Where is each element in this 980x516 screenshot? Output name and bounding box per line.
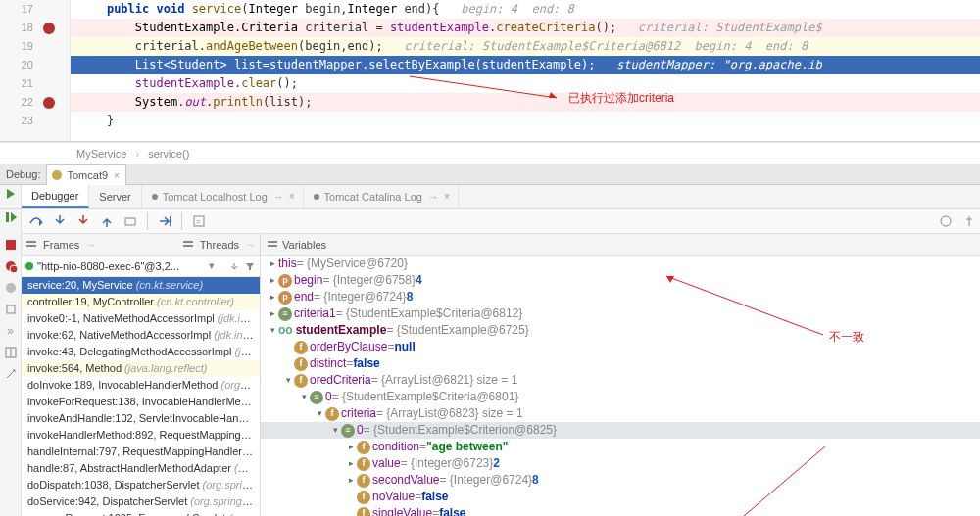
rerun-icon[interactable] (4, 187, 18, 201)
svg-rect-5 (6, 212, 9, 222)
variable-row[interactable]: forderByClause = null (261, 339, 980, 355)
variable-row[interactable]: fnoValue = false (261, 489, 980, 505)
threads-tab[interactable]: Threads (200, 239, 239, 251)
breakpoint-icon[interactable] (43, 23, 55, 34)
get-thread-dump-icon[interactable] (4, 303, 18, 316)
frames-icon (25, 239, 37, 251)
stack-frame[interactable]: invoke0:-1, NativeMethodAccessorImpl (jd… (22, 310, 260, 327)
stack-frame[interactable]: handle:87, AbstractHandlerMethodAdapter … (22, 460, 260, 477)
variable-row[interactable]: fdistinct = false (261, 355, 980, 372)
frames-header: Frames → Threads → (22, 234, 260, 256)
code-line[interactable]: StudentExample.Criteria criterial = stud… (71, 19, 980, 37)
pin-tab-icon[interactable] (958, 211, 980, 232)
stack-frame[interactable]: invokeForRequest:138, InvocableHandlerMe… (22, 394, 260, 410)
variable-row[interactable]: ▾fcriteria = {ArrayList@6823} size = 1 (261, 405, 980, 422)
stack-frame[interactable]: doService:942, DispatcherServlet (org.sp… (22, 493, 260, 510)
more-icon[interactable]: » (7, 324, 14, 338)
crumb-class[interactable]: MyService (76, 148, 126, 160)
threads-icon (182, 239, 194, 251)
code-line[interactable]: public void service(Integer begin,Intege… (71, 0, 980, 19)
close-icon[interactable]: × (114, 170, 120, 181)
wand-icon[interactable] (4, 367, 18, 381)
drop-frame-icon[interactable] (120, 211, 141, 232)
settings-icon[interactable] (935, 211, 956, 232)
close-icon[interactable]: × (444, 191, 450, 202)
debug-run-tab[interactable]: Tomcat9 × (46, 164, 125, 185)
tab-server[interactable]: Server (89, 185, 141, 208)
breadcrumb[interactable]: MyService › service() (0, 142, 980, 164)
debug-side-toolbar: » (0, 234, 22, 516)
variable-row[interactable]: ▸this = {MyService@6720} (261, 256, 980, 272)
variables-tree[interactable]: 不一致 ▸this = {MyService@6720}▸pbegin = {I… (261, 256, 980, 516)
stack-frame[interactable]: service:20, MyService (cn.kt.service) (22, 277, 260, 294)
resume-icon[interactable] (4, 211, 18, 224)
stack-frame[interactable]: doInvoke:189, InvocableHandlerMethod (or… (22, 377, 260, 394)
variable-row[interactable]: ▸pbegin = {Integer@6758} 4 (261, 272, 980, 289)
tab-catalina-log[interactable]: Tomcat Catalina Log→× (304, 185, 459, 208)
variable-row[interactable]: ▸fcondition = "age between" (261, 439, 980, 455)
svg-text:=: = (196, 217, 201, 226)
code-line[interactable]: } (71, 112, 980, 130)
stack-frame[interactable]: invokeAndHandle:102, ServletInvocableHan… (22, 410, 260, 427)
breakpoints-icon[interactable] (4, 259, 18, 273)
code-line[interactable]: List<Student> list=studentMapper.selectB… (71, 56, 980, 74)
svg-rect-24 (268, 245, 277, 247)
svg-point-4 (314, 194, 319, 200)
svg-rect-8 (170, 216, 171, 226)
frames-panel: Frames → Threads → "http-nio-8080-exec-6… (22, 234, 261, 516)
frames-tab[interactable]: Frames (43, 239, 79, 251)
variable-row[interactable]: ▾≡0 = {StudentExample$Criterion@6825} (261, 422, 980, 439)
debug-stepping-toolbar: = (22, 209, 980, 234)
variable-row[interactable]: ▸fsecondValue = {Integer@6724} 8 (261, 472, 980, 489)
svg-rect-21 (183, 241, 193, 243)
tab-localhost-log[interactable]: Tomcat Localhost Log→× (142, 185, 304, 208)
svg-point-11 (941, 216, 951, 226)
code-editor[interactable]: 17181920212223 public void service(Integ… (0, 0, 980, 142)
stack-frame[interactable]: invokeHandlerMethod:892, RequestMappingH… (22, 427, 260, 444)
svg-rect-7 (125, 218, 135, 225)
layout-icon[interactable] (4, 346, 18, 359)
svg-point-14 (10, 265, 18, 273)
variable-row[interactable]: ▾≡0 = {StudentExample$Criteria@6801} (261, 389, 980, 405)
svg-point-2 (52, 170, 62, 180)
filter-icon[interactable] (244, 260, 256, 272)
svg-rect-23 (268, 241, 277, 243)
stack-frame[interactable]: handleInternal:797, RequestMappingHandle… (22, 444, 260, 460)
arrow-down-icon[interactable] (228, 260, 240, 272)
variable-row[interactable]: ▸pend = {Integer@6724} 8 (261, 289, 980, 305)
variable-row[interactable]: ▾foredCriteria = {ArrayList@6821} size =… (261, 372, 980, 389)
gutter: 17181920212223 (0, 0, 71, 141)
run-to-cursor-icon[interactable] (154, 211, 175, 232)
breakpoint-icon[interactable] (43, 97, 55, 109)
stack-frame[interactable]: doDispatch:1038, DispatcherServlet (org.… (22, 477, 260, 493)
debug-lower-pane: » Frames → Threads → "http-nio-8080-exec… (0, 234, 980, 516)
variable-row[interactable]: fsingleValue = false (261, 505, 980, 516)
stack-frame[interactable]: invoke:43, DelegatingMethodAccessorImpl … (22, 344, 260, 360)
code-line[interactable]: System.out.println(list); (71, 93, 980, 112)
code-line[interactable]: studentExample.clear(); (71, 74, 980, 93)
step-out-icon[interactable] (96, 211, 118, 232)
evaluate-icon[interactable]: = (188, 211, 210, 232)
pin-icon (150, 192, 160, 202)
step-over-icon[interactable] (25, 211, 47, 232)
stack-frame[interactable]: invoke:62, NativeMethodAccessorImpl (jdk… (22, 327, 260, 344)
frames-list[interactable]: service:20, MyService (cn.kt.service)con… (22, 277, 260, 516)
stack-frame[interactable]: invoke:564, Method (java.lang.reflect) (22, 360, 260, 377)
crumb-method[interactable]: service() (148, 148, 189, 160)
variable-row[interactable]: ▾oostudentExample = {StudentExample@6725… (261, 322, 980, 339)
tomcat-icon (51, 169, 63, 181)
dropdown-icon[interactable]: ▾ (209, 259, 215, 272)
tab-debugger[interactable]: Debugger (22, 185, 89, 208)
variable-row[interactable]: ▸≡criteria1 = {StudentExample$Criteria@6… (261, 305, 980, 322)
stop-icon[interactable] (4, 238, 18, 252)
stack-frame[interactable]: controller:19, MyController (cn.kt.contr… (22, 294, 260, 310)
mute-breakpoints-icon[interactable] (4, 281, 18, 295)
thread-selector[interactable]: "http-nio-8080-exec-6"@3,2... ▾ (22, 256, 260, 277)
force-step-into-icon[interactable] (73, 211, 94, 232)
stack-frame[interactable]: processRequest:1005, FrameworkServlet (o… (22, 510, 260, 516)
close-icon[interactable]: × (289, 191, 295, 202)
variable-row[interactable]: ▸fvalue = {Integer@6723} 2 (261, 455, 980, 472)
step-into-icon[interactable] (49, 211, 71, 232)
code-line[interactable]: criterial.andAgeBetween(begin,end); crit… (71, 37, 980, 56)
code-area: public void service(Integer begin,Intege… (71, 0, 980, 130)
